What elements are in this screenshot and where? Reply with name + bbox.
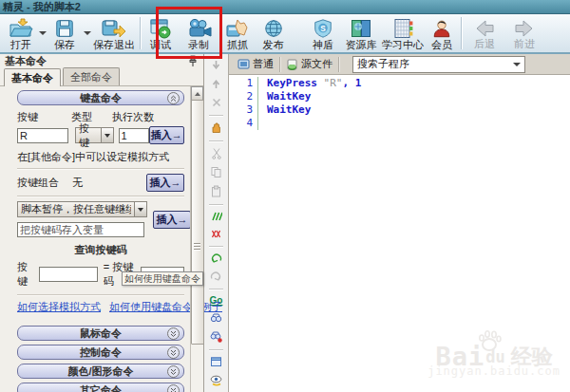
find-next-icon[interactable] [210,330,222,343]
save-exit-button[interactable]: 保存退出 [91,14,137,52]
expand-icon[interactable] [167,346,180,359]
code-line: WaitKey [258,90,361,103]
help-links-row: 如何选择模拟方式 如何使用键盘命令 例子 [17,300,184,314]
library-button[interactable]: 资源库 [342,14,380,52]
move-down-icon[interactable] [210,59,222,71]
key-input-row: 按键 插入→ [17,126,184,144]
editor-tab-bar: 普通 源文件 搜索子程序 [229,54,570,75]
expand-icon[interactable] [167,327,180,340]
panel-title: 基本命令 [5,54,47,68]
save-exit-icon [102,18,126,39]
tab-source-view[interactable]: 源文件 [280,57,339,72]
toolbar-separator [461,17,462,49]
paw-icon [477,329,502,352]
undo-icon[interactable] [210,252,222,264]
scrollbar-thumb[interactable] [191,100,204,345]
panel-scrollbar[interactable] [190,86,203,392]
move-up-icon[interactable] [210,78,222,90]
insert-combo-button[interactable]: 插入→ [146,174,184,192]
section-color-graphics-commands[interactable]: 颜色/图形命令 [17,364,184,379]
line-number: 2 [229,90,258,103]
save-button[interactable]: 保存 [47,14,83,52]
shield-label: 神盾 [313,40,333,50]
normal-view-icon [238,59,250,69]
link-example[interactable]: 例子 [201,300,222,314]
strip-separator [209,115,223,116]
collapse-icon[interactable] [167,92,180,104]
strip-separator [209,289,223,289]
shield-button[interactable]: S 神盾 [304,14,342,52]
key-combo-value[interactable]: 无 [72,176,83,190]
watermark-suffix: 经验 [511,350,553,364]
line-number: 4 [229,117,258,130]
open-folder-icon [9,18,33,39]
tab-normal-view[interactable]: 普通 [232,57,280,72]
simulation-note: 在[其他命令]中可以设定模拟方式 [17,150,184,164]
key-label: 按键 [17,110,71,124]
section-keyboard-commands[interactable]: 键盘命令 [17,90,184,105]
view-eye-icon[interactable] [210,374,223,386]
member-person-icon [431,18,452,39]
hand-tool-icon[interactable] [210,121,222,134]
section-control-commands[interactable]: 控制命令 [17,345,184,360]
forward-label: 前进 [514,39,535,49]
copy-icon[interactable] [210,166,222,178]
query-key-input[interactable] [39,267,98,282]
section-other-commands[interactable]: 其它命令 [17,383,184,392]
member-button[interactable]: 会员 [426,14,458,52]
section-mouse-commands[interactable]: 鼠标命令 [17,326,184,341]
caret-down-icon [101,128,112,142]
forward-button[interactable]: 前进 [504,14,544,52]
save-label: 保存 [54,40,75,50]
open-dropdown-arrow[interactable] [38,14,47,52]
tab-basic-commands[interactable]: 基本命令 [4,68,61,86]
edit-tool-strip: Go [204,54,229,392]
tab-all-commands[interactable]: 全部命令 [63,67,120,85]
learning-center-button[interactable]: 学习中心 [380,14,426,52]
count-input[interactable] [119,128,149,143]
line-number: 1 [229,77,258,90]
capture-hand-icon [226,18,249,39]
cut-icon[interactable] [211,147,222,159]
redo-icon[interactable] [210,271,222,282]
caret-down-icon [134,202,146,216]
link-how-to-choose-simulation[interactable]: 如何选择模拟方式 [17,300,101,314]
caret-down-icon [39,31,47,35]
uncomment-icon[interactable] [210,229,222,239]
code-line: KeyPress "R", 1 [258,77,361,90]
capture-label: 抓抓 [227,40,248,50]
save-icon [54,18,75,39]
strip-separator [209,246,223,247]
insert-pause-button[interactable]: 插入→ [153,211,191,229]
code-area[interactable]: 1 2 3 4 KeyPress "R", 1 WaitKey WaitKey … [229,75,570,392]
store-keycode-input[interactable] [17,222,144,237]
expand-icon[interactable] [167,384,180,392]
panel-content: 键盘命令 按键 类型 执行次数 按键 [0,86,203,392]
search-subroutine-combo[interactable]: 搜索子程序 [352,56,525,73]
save-dropdown-arrow[interactable] [83,14,91,52]
capture-button[interactable]: 抓抓 [219,14,256,52]
comment-icon[interactable] [210,211,222,222]
library-books-icon [350,18,372,39]
link-how-to-use-keyboard-commands[interactable]: 如何使用键盘命令 [109,300,193,314]
toolbar-separator [140,17,141,49]
paste-icon[interactable] [210,185,222,197]
expand-icon[interactable] [167,365,180,378]
key-input[interactable] [17,128,68,143]
delete-line-icon[interactable] [211,97,222,108]
baidu-watermark: Baidu 经验 jingyan.baidu.com [428,350,560,378]
insert-key-button[interactable]: 插入→ [149,126,185,144]
scroll-up-button[interactable] [191,86,203,101]
open-button[interactable]: 打开 [4,14,38,52]
title-bar: 精灵 - 我的脚本2 [0,0,570,14]
count-label: 执行次数 [112,110,154,124]
shield-icon: S [313,18,333,39]
pause-option-select[interactable]: 脚本暂停，按任意键继续 [17,201,147,217]
back-button[interactable]: 后退 [465,14,504,52]
collapsed-sections: 鼠标命令 控制命令 颜色/图形命令 其它命令 [17,326,184,392]
publish-button[interactable]: 发布 [256,14,291,52]
field-labels-row: 按键 类型 执行次数 [17,110,184,124]
key-type-select[interactable]: 按键 [75,127,114,143]
script-window-icon[interactable] [210,356,222,367]
key-combo-label: 按键组合 [17,176,59,190]
